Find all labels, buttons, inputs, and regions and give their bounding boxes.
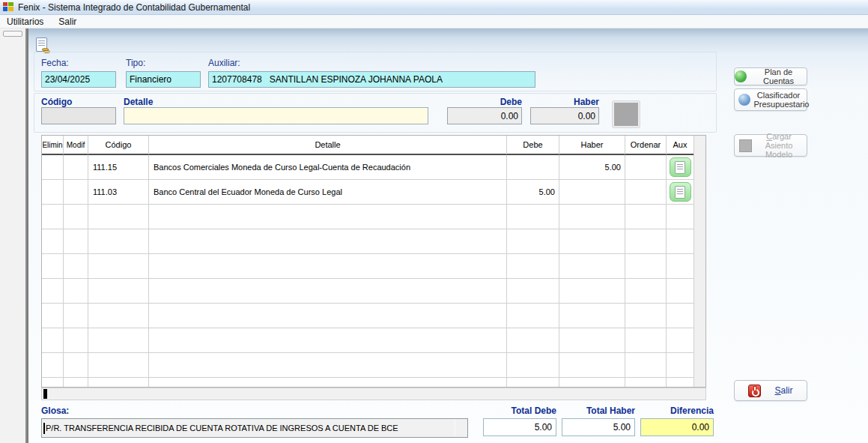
cell-aux (667, 229, 694, 254)
cell-modif (64, 279, 88, 304)
cell-haber (559, 378, 625, 388)
detalle-label: Detalle (124, 97, 153, 107)
cell-debe (507, 254, 559, 279)
cell-codigo (88, 254, 149, 279)
cell-haber (559, 353, 625, 378)
cell-debe (507, 304, 559, 328)
table-empty-row[interactable] (42, 353, 705, 378)
column-header-ordenar: Ordenar (625, 136, 667, 155)
diferencia-label: Diferencia (640, 406, 714, 416)
cell-aux (667, 205, 694, 229)
table-empty-row[interactable] (42, 328, 705, 353)
blue-sphere-icon (738, 94, 750, 106)
cell-ordenar (625, 180, 667, 205)
cell-ordenar (625, 155, 667, 180)
clasificador-label: Clasificador Presupuestario (754, 91, 804, 109)
column-header-elimin: Elimin (42, 136, 64, 155)
cell-ordenar (625, 279, 667, 304)
column-header-aux: Aux (667, 136, 694, 155)
codigo-input[interactable] (41, 107, 116, 124)
cell-haber (559, 205, 625, 229)
menu-salir[interactable]: Salir (51, 15, 84, 28)
cell-detalle (149, 229, 507, 254)
text-caret (43, 423, 45, 434)
total-debe-label: Total Debe (483, 406, 556, 416)
cell-ordenar (625, 378, 667, 388)
color-indicator-button[interactable] (613, 101, 640, 127)
cell-elimin (42, 254, 64, 279)
aux-button[interactable] (670, 182, 691, 202)
cell-haber (559, 254, 625, 279)
cell-detalle (149, 378, 507, 388)
cell-haber (559, 279, 625, 304)
table-empty-row[interactable] (42, 378, 705, 388)
cell-elimin (42, 155, 64, 180)
cell-detalle (149, 205, 507, 229)
cell-aux (667, 328, 694, 353)
cell-detalle: Bancos Comerciales Moneda de Curso Legal… (149, 155, 507, 180)
plan-de-cuentas-button[interactable]: Plan de Cuentas (734, 67, 807, 85)
cell-haber (559, 304, 625, 328)
cell-codigo (88, 378, 149, 388)
cell-debe (507, 155, 559, 180)
main-form: Fecha: 23/04/2025 Tipo: Financiero Auxil… (27, 28, 868, 443)
table-empty-row[interactable] (42, 254, 705, 279)
cell-detalle (149, 279, 507, 304)
table-empty-row[interactable] (42, 304, 705, 328)
cell-debe: 5.00 (507, 180, 559, 205)
haber-input[interactable]: 0.00 (530, 107, 599, 124)
cell-modif (64, 180, 88, 205)
fecha-field[interactable]: 23/04/2025 (41, 71, 116, 88)
table-empty-row[interactable] (42, 205, 705, 229)
cell-codigo: 111.15 (88, 155, 149, 180)
menu-utilitarios[interactable]: Utilitarios (0, 15, 51, 28)
salir-button[interactable]: Salir (734, 380, 807, 401)
cell-aux (667, 180, 694, 205)
glosa-label: Glosa: (41, 406, 69, 416)
gray-square-icon (739, 139, 752, 152)
column-header-detalle: Detalle (149, 136, 507, 155)
auxiliar-field[interactable]: 1207708478 SANTILLAN ESPINOZA JOHANNA PA… (208, 71, 535, 88)
cell-debe (507, 279, 559, 304)
table-empty-row[interactable] (42, 229, 705, 254)
cargar-asiento-modelo-button[interactable]: Cargar Asiento Modelo (734, 134, 807, 157)
table-vertical-scrollbar[interactable] (694, 136, 705, 388)
cell-ordenar (625, 229, 667, 254)
debe-label: Debe (447, 97, 522, 107)
detalle-input[interactable] (124, 107, 428, 124)
cell-elimin (42, 279, 64, 304)
table-row[interactable]: 111.03Banco Central del Ecuador Moneda d… (42, 180, 705, 205)
tipo-field[interactable]: Financiero (126, 71, 201, 88)
windows-logo-icon (3, 2, 14, 12)
cell-aux (667, 353, 694, 378)
cell-debe (507, 328, 559, 353)
codigo-label: Código (41, 97, 72, 107)
cell-codigo (88, 328, 149, 353)
title-bar[interactable]: Fenix - Sistema Integrado de Contabilida… (0, 0, 868, 15)
clasificador-presupuestario-button[interactable]: Clasificador Presupuestario (734, 88, 807, 111)
debe-input[interactable]: 0.00 (447, 107, 522, 124)
cell-modif (64, 229, 88, 254)
glosa-input[interactable]: P/R. TRANSFERENCIA RECIBIDA DE CUENTA RO… (41, 418, 468, 438)
cell-codigo: 111.03 (88, 180, 149, 205)
fecha-label: Fecha: (41, 58, 69, 68)
cell-ordenar (625, 304, 667, 328)
cell-haber (559, 180, 625, 205)
panel-splitter-handle[interactable] (3, 31, 22, 37)
cell-detalle (149, 328, 507, 353)
aux-button[interactable] (670, 157, 691, 177)
table-row[interactable]: 111.15Bancos Comerciales Moneda de Curso… (42, 155, 705, 180)
cell-aux (667, 279, 694, 304)
cell-codigo (88, 279, 149, 304)
cell-elimin (42, 353, 64, 378)
table-horizontal-scrollbar[interactable] (41, 388, 706, 400)
total-debe-field: 5.00 (483, 418, 556, 436)
cell-haber (559, 328, 625, 353)
scrollbar-thumb[interactable] (43, 389, 47, 399)
table-empty-row[interactable] (42, 279, 705, 304)
cell-codigo (88, 229, 149, 254)
cell-debe (507, 378, 559, 388)
left-side-panel (0, 28, 27, 443)
cell-elimin (42, 205, 64, 229)
cell-detalle (149, 353, 507, 378)
